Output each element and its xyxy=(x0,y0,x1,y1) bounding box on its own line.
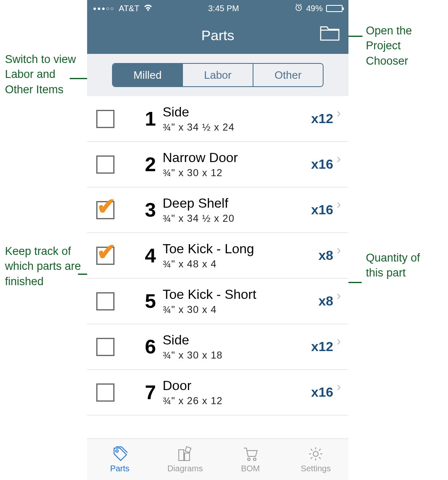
checkbox[interactable] xyxy=(96,292,114,310)
project-chooser-button[interactable] xyxy=(319,25,340,44)
part-name: Side xyxy=(163,104,311,120)
svg-point-5 xyxy=(248,458,250,461)
annotation-checkbox: Keep track of which parts are finished xyxy=(5,244,88,289)
gear-icon xyxy=(307,446,324,462)
checkbox[interactable] xyxy=(96,110,114,128)
row-info: Toe Kick - Short¾" x 30 x 4 xyxy=(163,287,319,315)
row-number: 4 xyxy=(123,244,156,267)
annotation-segments: Switch to view Labor and Other Items xyxy=(5,52,84,97)
part-row[interactable]: 5Toe Kick - Short¾" x 30 x 4x8› xyxy=(87,279,348,324)
tab-settings[interactable]: Settings xyxy=(283,439,349,480)
part-quantity: x8 xyxy=(319,293,334,309)
part-quantity: x12 xyxy=(311,339,333,354)
chevron-right-icon: › xyxy=(336,105,341,121)
part-dimensions: ¾" x 30 x 4 xyxy=(163,304,319,315)
part-quantity: x16 xyxy=(311,157,333,172)
diagram-icon xyxy=(177,446,193,462)
part-dimensions: ¾" x 30 x 12 xyxy=(163,167,311,179)
part-quantity: x8 xyxy=(319,248,334,263)
checkbox[interactable] xyxy=(96,338,114,356)
row-info: Side¾" x 34 ½ x 24 xyxy=(163,104,311,133)
checkbox[interactable] xyxy=(96,155,114,174)
segment-milled[interactable]: Milled xyxy=(113,64,183,86)
row-number: 5 xyxy=(123,290,156,313)
annotation-qty: Quantity of this part xyxy=(366,250,441,281)
cart-icon xyxy=(242,446,259,462)
chevron-right-icon: › xyxy=(336,333,341,349)
row-number: 1 xyxy=(123,107,156,130)
row-number: 3 xyxy=(123,199,156,221)
tab-bar: Parts Diagrams BOM xyxy=(87,439,348,480)
signal-dots-icon: ●●●○○ xyxy=(93,5,114,12)
tab-diagrams[interactable]: Diagrams xyxy=(153,439,218,480)
phone-frame: ●●●○○ AT&T 3:45 PM 49% Parts Milled Labo… xyxy=(87,0,348,480)
part-dimensions: ¾" x 34 ½ x 24 xyxy=(163,121,311,133)
svg-rect-2 xyxy=(179,450,184,461)
part-quantity: x16 xyxy=(311,385,333,400)
chevron-right-icon: › xyxy=(336,288,341,303)
part-name: Toe Kick - Long xyxy=(163,241,319,257)
part-row[interactable]: 2Narrow Door¾" x 30 x 12x16› xyxy=(87,142,348,187)
folder-icon xyxy=(319,25,340,42)
tab-label: Parts xyxy=(110,464,129,473)
part-dimensions: ¾" x 30 x 18 xyxy=(163,349,311,361)
row-info: Deep Shelf¾" x 34 ½ x 20 xyxy=(163,196,311,224)
checkbox[interactable]: ✔ xyxy=(96,201,114,219)
clock-label: 3:45 PM xyxy=(208,4,239,13)
chevron-right-icon: › xyxy=(336,242,341,257)
battery-icon xyxy=(326,5,343,12)
part-quantity: x12 xyxy=(311,111,333,126)
chevron-right-icon: › xyxy=(336,196,341,212)
row-number: 6 xyxy=(123,335,156,358)
part-row[interactable]: ✔4Toe Kick - Long¾" x 48 x 4x8› xyxy=(87,233,348,279)
row-info: Side¾" x 30 x 18 xyxy=(163,332,311,361)
row-info: Narrow Door¾" x 30 x 12 xyxy=(163,150,311,179)
part-name: Side xyxy=(163,332,311,348)
status-bar: ●●●○○ AT&T 3:45 PM 49% xyxy=(87,0,348,17)
part-name: Toe Kick - Short xyxy=(163,287,319,302)
parts-list: 1Side¾" x 34 ½ x 24x12›2Narrow Door¾" x … xyxy=(87,96,348,415)
part-row[interactable]: ✔3Deep Shelf¾" x 34 ½ x 20x16› xyxy=(87,187,348,233)
chevron-right-icon: › xyxy=(336,379,341,394)
part-row[interactable]: 6Side¾" x 30 x 18x12› xyxy=(87,324,348,370)
battery-pct: 49% xyxy=(306,4,323,13)
checkmark-icon: ✔ xyxy=(97,240,116,264)
checkbox[interactable]: ✔ xyxy=(96,247,114,265)
svg-rect-4 xyxy=(185,447,191,453)
checkbox[interactable] xyxy=(96,383,114,402)
row-info: Door¾" x 26 x 12 xyxy=(163,378,311,407)
tab-label: Settings xyxy=(301,464,331,473)
checkmark-icon: ✔ xyxy=(97,195,116,218)
part-row[interactable]: 1Side¾" x 34 ½ x 24x12› xyxy=(87,96,348,142)
tag-icon xyxy=(112,446,128,462)
nav-bar: Parts xyxy=(87,17,348,54)
svg-point-1 xyxy=(116,450,118,452)
segment-other[interactable]: Other xyxy=(253,64,323,86)
part-dimensions: ¾" x 26 x 12 xyxy=(163,395,311,407)
svg-rect-3 xyxy=(185,453,190,461)
wifi-icon xyxy=(144,4,153,13)
part-row[interactable]: 7Door¾" x 26 x 12x16› xyxy=(87,370,348,415)
tab-bom[interactable]: BOM xyxy=(218,439,283,480)
chevron-right-icon: › xyxy=(336,151,341,166)
svg-point-7 xyxy=(313,451,318,456)
part-dimensions: ¾" x 48 x 4 xyxy=(163,258,319,270)
tab-label: Diagrams xyxy=(167,464,203,473)
part-name: Door xyxy=(163,378,311,393)
segmented-control: Milled Labor Other xyxy=(112,63,324,87)
tab-parts[interactable]: Parts xyxy=(87,439,153,480)
part-quantity: x16 xyxy=(311,202,333,218)
part-name: Deep Shelf xyxy=(163,196,311,211)
segment-labor[interactable]: Labor xyxy=(183,64,253,86)
svg-point-6 xyxy=(253,458,256,461)
row-number: 7 xyxy=(123,381,156,404)
row-number: 2 xyxy=(123,153,156,176)
tab-label: BOM xyxy=(241,464,260,473)
carrier-label: AT&T xyxy=(119,4,139,13)
page-title: Parts xyxy=(201,27,234,44)
part-dimensions: ¾" x 34 ½ x 20 xyxy=(163,213,311,224)
row-info: Toe Kick - Long¾" x 48 x 4 xyxy=(163,241,319,270)
part-name: Narrow Door xyxy=(163,150,311,165)
segment-bar: Milled Labor Other xyxy=(87,54,348,96)
alarm-icon xyxy=(295,3,303,14)
